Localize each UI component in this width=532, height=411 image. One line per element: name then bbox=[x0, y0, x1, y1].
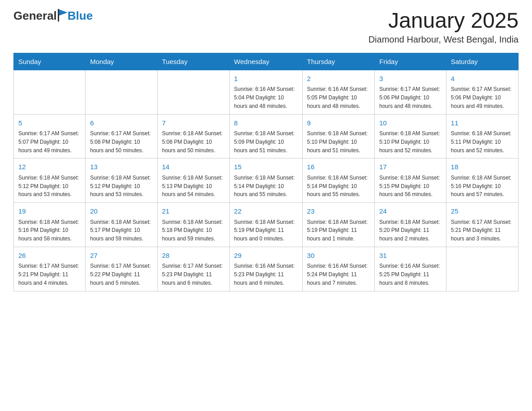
calendar-week-row: 5Sunrise: 6:17 AM Sunset: 5:07 PM Daylig… bbox=[14, 114, 519, 158]
calendar-cell: 13Sunrise: 6:18 AM Sunset: 5:12 PM Dayli… bbox=[86, 158, 157, 203]
day-number: 3 bbox=[379, 74, 442, 84]
calendar-cell: 8Sunrise: 6:18 AM Sunset: 5:09 PM Daylig… bbox=[229, 114, 302, 158]
day-info: Sunrise: 6:18 AM Sunset: 5:19 PM Dayligh… bbox=[307, 219, 368, 242]
day-number: 10 bbox=[379, 118, 442, 128]
calendar-cell: 24Sunrise: 6:18 AM Sunset: 5:20 PM Dayli… bbox=[374, 203, 446, 247]
day-number: 1 bbox=[234, 74, 298, 84]
calendar-cell: 22Sunrise: 6:18 AM Sunset: 5:19 PM Dayli… bbox=[229, 203, 302, 247]
day-number: 21 bbox=[162, 206, 225, 217]
day-number: 5 bbox=[18, 118, 81, 128]
day-info: Sunrise: 6:16 AM Sunset: 5:23 PM Dayligh… bbox=[234, 263, 295, 286]
day-info: Sunrise: 6:18 AM Sunset: 5:14 PM Dayligh… bbox=[307, 175, 368, 198]
calendar-cell: 10Sunrise: 6:18 AM Sunset: 5:10 PM Dayli… bbox=[374, 114, 446, 158]
day-info: Sunrise: 6:17 AM Sunset: 5:21 PM Dayligh… bbox=[451, 219, 511, 242]
day-info: Sunrise: 6:18 AM Sunset: 5:12 PM Dayligh… bbox=[18, 175, 79, 198]
calendar-cell: 23Sunrise: 6:18 AM Sunset: 5:19 PM Dayli… bbox=[302, 203, 374, 247]
calendar-cell: 1Sunrise: 6:16 AM Sunset: 5:04 PM Daylig… bbox=[229, 70, 302, 114]
day-number: 4 bbox=[451, 74, 514, 84]
day-number: 11 bbox=[451, 118, 514, 128]
calendar-cell: 2Sunrise: 6:16 AM Sunset: 5:05 PM Daylig… bbox=[302, 70, 374, 114]
location-title: Diamond Harbour, West Bengal, India bbox=[369, 34, 519, 45]
day-info: Sunrise: 6:18 AM Sunset: 5:19 PM Dayligh… bbox=[234, 219, 295, 242]
calendar-cell bbox=[86, 70, 157, 114]
day-info: Sunrise: 6:16 AM Sunset: 5:05 PM Dayligh… bbox=[307, 86, 368, 109]
weekday-header-friday: Friday bbox=[374, 53, 446, 70]
day-info: Sunrise: 6:18 AM Sunset: 5:18 PM Dayligh… bbox=[162, 219, 223, 242]
calendar-cell: 14Sunrise: 6:18 AM Sunset: 5:13 PM Dayli… bbox=[157, 158, 229, 203]
calendar-cell bbox=[14, 70, 86, 114]
day-number: 27 bbox=[90, 251, 152, 261]
day-number: 8 bbox=[234, 118, 298, 128]
day-number: 14 bbox=[162, 162, 225, 172]
calendar-cell: 29Sunrise: 6:16 AM Sunset: 5:23 PM Dayli… bbox=[229, 247, 302, 291]
svg-marker-0 bbox=[58, 9, 68, 16]
day-number: 30 bbox=[307, 251, 370, 261]
calendar-cell: 15Sunrise: 6:18 AM Sunset: 5:14 PM Dayli… bbox=[229, 158, 302, 203]
day-info: Sunrise: 6:18 AM Sunset: 5:10 PM Dayligh… bbox=[379, 130, 440, 154]
weekday-header-thursday: Thursday bbox=[302, 53, 374, 70]
calendar-cell: 7Sunrise: 6:18 AM Sunset: 5:08 PM Daylig… bbox=[157, 114, 229, 158]
calendar-cell: 12Sunrise: 6:18 AM Sunset: 5:12 PM Dayli… bbox=[14, 158, 86, 203]
calendar-cell: 31Sunrise: 6:16 AM Sunset: 5:25 PM Dayli… bbox=[374, 247, 446, 291]
day-number: 22 bbox=[234, 206, 298, 217]
calendar-cell: 5Sunrise: 6:17 AM Sunset: 5:07 PM Daylig… bbox=[14, 114, 86, 158]
day-info: Sunrise: 6:17 AM Sunset: 5:06 PM Dayligh… bbox=[379, 86, 440, 109]
day-number: 16 bbox=[307, 162, 370, 172]
calendar-cell: 19Sunrise: 6:18 AM Sunset: 5:16 PM Dayli… bbox=[14, 203, 86, 247]
day-info: Sunrise: 6:16 AM Sunset: 5:25 PM Dayligh… bbox=[379, 263, 440, 286]
day-number: 31 bbox=[379, 251, 442, 261]
weekday-header-sunday: Sunday bbox=[14, 53, 86, 70]
calendar-cell: 21Sunrise: 6:18 AM Sunset: 5:18 PM Dayli… bbox=[157, 203, 229, 247]
day-info: Sunrise: 6:18 AM Sunset: 5:09 PM Dayligh… bbox=[234, 130, 295, 154]
calendar-cell: 16Sunrise: 6:18 AM Sunset: 5:14 PM Dayli… bbox=[302, 158, 374, 203]
calendar-week-row: 1Sunrise: 6:16 AM Sunset: 5:04 PM Daylig… bbox=[14, 70, 519, 114]
day-number: 9 bbox=[307, 118, 370, 128]
weekday-header-tuesday: Tuesday bbox=[157, 53, 229, 70]
day-number: 29 bbox=[234, 251, 298, 261]
day-number: 19 bbox=[18, 206, 81, 217]
day-number: 28 bbox=[162, 251, 225, 261]
day-number: 23 bbox=[307, 206, 370, 217]
day-info: Sunrise: 6:16 AM Sunset: 5:04 PM Dayligh… bbox=[234, 86, 295, 109]
day-info: Sunrise: 6:18 AM Sunset: 5:10 PM Dayligh… bbox=[307, 130, 368, 154]
day-number: 18 bbox=[451, 162, 514, 172]
weekday-header-saturday: Saturday bbox=[446, 53, 518, 70]
day-info: Sunrise: 6:18 AM Sunset: 5:12 PM Dayligh… bbox=[90, 175, 150, 198]
day-info: Sunrise: 6:18 AM Sunset: 5:14 PM Dayligh… bbox=[234, 175, 295, 198]
calendar-cell: 18Sunrise: 6:18 AM Sunset: 5:16 PM Dayli… bbox=[446, 158, 518, 203]
calendar-cell: 3Sunrise: 6:17 AM Sunset: 5:06 PM Daylig… bbox=[374, 70, 446, 114]
header: General Blue January 2025 Diamond Harbou… bbox=[13, 9, 519, 45]
logo-flag-icon bbox=[58, 9, 68, 21]
month-title: January 2025 bbox=[369, 9, 519, 33]
day-number: 20 bbox=[90, 206, 152, 217]
calendar-cell: 11Sunrise: 6:18 AM Sunset: 5:11 PM Dayli… bbox=[446, 114, 518, 158]
weekday-header-row: SundayMondayTuesdayWednesdayThursdayFrid… bbox=[14, 53, 519, 70]
weekday-header-wednesday: Wednesday bbox=[229, 53, 302, 70]
calendar-week-row: 12Sunrise: 6:18 AM Sunset: 5:12 PM Dayli… bbox=[14, 158, 519, 203]
day-number: 26 bbox=[18, 251, 81, 261]
day-info: Sunrise: 6:16 AM Sunset: 5:24 PM Dayligh… bbox=[307, 263, 368, 286]
calendar-cell: 4Sunrise: 6:17 AM Sunset: 5:06 PM Daylig… bbox=[446, 70, 518, 114]
day-info: Sunrise: 6:18 AM Sunset: 5:16 PM Dayligh… bbox=[451, 175, 511, 198]
calendar-cell: 25Sunrise: 6:17 AM Sunset: 5:21 PM Dayli… bbox=[446, 203, 518, 247]
day-info: Sunrise: 6:17 AM Sunset: 5:06 PM Dayligh… bbox=[451, 86, 511, 109]
day-number: 12 bbox=[18, 162, 81, 172]
calendar-cell bbox=[446, 247, 518, 291]
calendar-cell: 9Sunrise: 6:18 AM Sunset: 5:10 PM Daylig… bbox=[302, 114, 374, 158]
day-number: 6 bbox=[90, 118, 152, 128]
day-number: 7 bbox=[162, 118, 225, 128]
day-info: Sunrise: 6:18 AM Sunset: 5:13 PM Dayligh… bbox=[162, 175, 223, 198]
day-info: Sunrise: 6:18 AM Sunset: 5:16 PM Dayligh… bbox=[18, 219, 79, 242]
calendar-cell bbox=[157, 70, 229, 114]
calendar-week-row: 26Sunrise: 6:17 AM Sunset: 5:21 PM Dayli… bbox=[14, 247, 519, 291]
day-info: Sunrise: 6:18 AM Sunset: 5:20 PM Dayligh… bbox=[379, 219, 440, 242]
day-info: Sunrise: 6:18 AM Sunset: 5:11 PM Dayligh… bbox=[451, 130, 511, 154]
day-number: 2 bbox=[307, 74, 370, 84]
day-info: Sunrise: 6:18 AM Sunset: 5:08 PM Dayligh… bbox=[162, 130, 223, 154]
calendar-cell: 27Sunrise: 6:17 AM Sunset: 5:22 PM Dayli… bbox=[86, 247, 157, 291]
calendar-cell: 20Sunrise: 6:18 AM Sunset: 5:17 PM Dayli… bbox=[86, 203, 157, 247]
day-number: 24 bbox=[379, 206, 442, 217]
day-info: Sunrise: 6:17 AM Sunset: 5:23 PM Dayligh… bbox=[162, 263, 223, 286]
day-info: Sunrise: 6:17 AM Sunset: 5:07 PM Dayligh… bbox=[18, 130, 79, 154]
logo: General Blue bbox=[13, 9, 93, 23]
